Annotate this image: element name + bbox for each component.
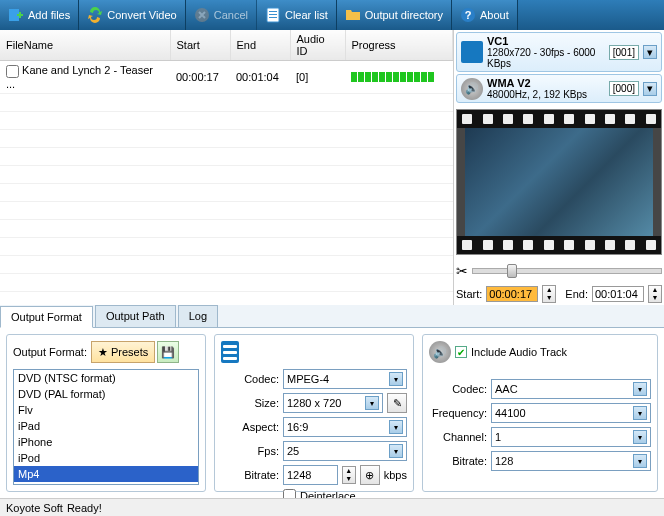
- vs-bitrate-stepper[interactable]: ▲▼: [342, 466, 356, 484]
- video-stream-box[interactable]: VC11280x720 - 30fps - 6000 KBps [001] ▾: [456, 32, 662, 72]
- status-message: Ready!: [67, 502, 102, 514]
- format-list-item[interactable]: Mp4: [14, 466, 198, 482]
- video-preview: [456, 109, 662, 255]
- as-freq-label: Frequency:: [429, 407, 487, 419]
- svg-rect-3: [269, 11, 277, 12]
- video-stream-dropdown[interactable]: ▾: [643, 45, 657, 59]
- format-list-item[interactable]: iPhone: [14, 434, 198, 450]
- file-start: 00:00:17: [170, 61, 230, 94]
- video-codec-info: 1280x720 - 30fps - 6000 KBps: [487, 47, 595, 69]
- vs-aspect-label: Aspect:: [221, 421, 279, 433]
- svg-rect-5: [269, 17, 277, 18]
- film-icon: [461, 41, 483, 63]
- disk-icon: 💾: [161, 346, 175, 359]
- status-bar: Koyote Soft Ready!: [0, 498, 664, 516]
- as-channel-label: Channel:: [429, 431, 487, 443]
- format-list-item[interactable]: iPad: [14, 418, 198, 434]
- trim-end-input[interactable]: [592, 286, 644, 302]
- add-files-label: Add files: [28, 9, 70, 21]
- preview-frame: [465, 128, 653, 236]
- col-start[interactable]: Start: [170, 30, 230, 61]
- file-audio: [0]: [290, 61, 345, 94]
- speaker-icon: 🔊: [461, 78, 483, 100]
- video-stream-id: [001]: [609, 45, 639, 60]
- as-freq-select[interactable]: 44100▾: [491, 403, 651, 423]
- add-files-icon: [8, 7, 24, 23]
- file-list[interactable]: FileName Start End Audio ID Progress Kan…: [0, 30, 453, 305]
- audio-stream-id: [000]: [609, 81, 639, 96]
- convert-button[interactable]: Convert Video: [79, 0, 186, 30]
- trim-start-input[interactable]: [486, 286, 538, 302]
- output-dir-label: Output directory: [365, 9, 443, 21]
- vs-fps-select[interactable]: 25▾: [283, 441, 407, 461]
- format-list-item[interactable]: DVD (NTSC format): [14, 370, 198, 386]
- tab-log[interactable]: Log: [178, 305, 218, 327]
- vs-codec-select[interactable]: MPEG-4▾: [283, 369, 407, 389]
- trim-track[interactable]: [472, 268, 662, 274]
- format-list-item[interactable]: Flv: [14, 402, 198, 418]
- vs-aspect-select[interactable]: 16:9▾: [283, 417, 407, 437]
- audio-codec-info: 48000Hz, 2, 192 KBps: [487, 89, 587, 100]
- col-progress[interactable]: Progress: [345, 30, 453, 61]
- vs-size-edit-button[interactable]: ✎: [387, 393, 407, 413]
- file-row[interactable]: Kane and Lynch 2 - Teaser ... 00:00:17 0…: [0, 61, 453, 94]
- as-bitrate-select[interactable]: 128▾: [491, 451, 651, 471]
- as-codec-select[interactable]: AAC▾: [491, 379, 651, 399]
- file-checkbox[interactable]: [6, 65, 19, 78]
- trim-timeline: ✂: [456, 263, 662, 279]
- audio-stream-dropdown[interactable]: ▾: [643, 82, 657, 96]
- clear-label: Clear list: [285, 9, 328, 21]
- file-end: 00:01:04: [230, 61, 290, 94]
- convert-label: Convert Video: [107, 9, 177, 21]
- main-toolbar: Add files Convert Video Cancel Clear lis…: [0, 0, 664, 30]
- output-dir-button[interactable]: Output directory: [337, 0, 452, 30]
- cancel-label: Cancel: [214, 9, 248, 21]
- clear-list-button[interactable]: Clear list: [257, 0, 337, 30]
- vs-size-label: Size:: [221, 397, 279, 409]
- cancel-icon: [194, 7, 210, 23]
- tab-output-path[interactable]: Output Path: [95, 305, 176, 327]
- star-icon: ★: [98, 346, 108, 359]
- vs-fps-label: Fps:: [221, 445, 279, 457]
- vs-bitrate-calc-button[interactable]: ⊕: [360, 465, 380, 485]
- format-list-item[interactable]: DVD (PAL format): [14, 386, 198, 402]
- include-audio-checkbox[interactable]: ✔: [455, 346, 467, 358]
- trim-end-label: End:: [565, 288, 588, 300]
- as-codec-label: Codec:: [429, 383, 487, 395]
- col-audio[interactable]: Audio ID: [290, 30, 345, 61]
- add-files-button[interactable]: Add files: [0, 0, 79, 30]
- status-vendor: Koyote Soft: [6, 502, 63, 514]
- format-list[interactable]: DVD (NTSC format)DVD (PAL format)FlviPad…: [13, 369, 199, 485]
- cancel-button[interactable]: Cancel: [186, 0, 257, 30]
- trim-start-stepper[interactable]: ▲▼: [542, 285, 556, 303]
- tab-output-format[interactable]: Output Format: [0, 306, 93, 328]
- about-label: About: [480, 9, 509, 21]
- include-audio-label: Include Audio Track: [471, 346, 567, 358]
- svg-text:?: ?: [465, 9, 472, 21]
- scissors-icon[interactable]: ✂: [456, 263, 468, 279]
- format-list-item[interactable]: iPod: [14, 450, 198, 466]
- col-end[interactable]: End: [230, 30, 290, 61]
- file-progress: [351, 72, 447, 82]
- as-channel-select[interactable]: 1▾: [491, 427, 651, 447]
- format-list-item[interactable]: Mpeg1: [14, 482, 198, 485]
- svg-rect-4: [269, 14, 277, 15]
- convert-icon: [87, 7, 103, 23]
- col-filename[interactable]: FileName: [0, 30, 170, 61]
- presets-button[interactable]: ★Presets: [91, 341, 155, 363]
- trim-handle[interactable]: [507, 264, 517, 278]
- as-bitrate-label: Bitrate:: [429, 455, 487, 467]
- vs-size-select[interactable]: 1280 x 720▾: [283, 393, 383, 413]
- vs-bitrate-input[interactable]: 1248: [283, 465, 338, 485]
- vs-bitrate-unit: kbps: [384, 469, 407, 481]
- trim-end-stepper[interactable]: ▲▼: [648, 285, 662, 303]
- file-name: Kane and Lynch 2 - Teaser ...: [6, 64, 153, 90]
- save-preset-button[interactable]: 💾: [157, 341, 179, 363]
- speaker-icon: 🔊: [429, 341, 451, 363]
- trim-start-label: Start:: [456, 288, 482, 300]
- audio-codec-name: WMA V2: [487, 77, 531, 89]
- about-button[interactable]: ? About: [452, 0, 518, 30]
- film-icon: [221, 341, 239, 363]
- audio-stream-box[interactable]: 🔊 WMA V248000Hz, 2, 192 KBps [000] ▾: [456, 74, 662, 103]
- folder-icon: [345, 7, 361, 23]
